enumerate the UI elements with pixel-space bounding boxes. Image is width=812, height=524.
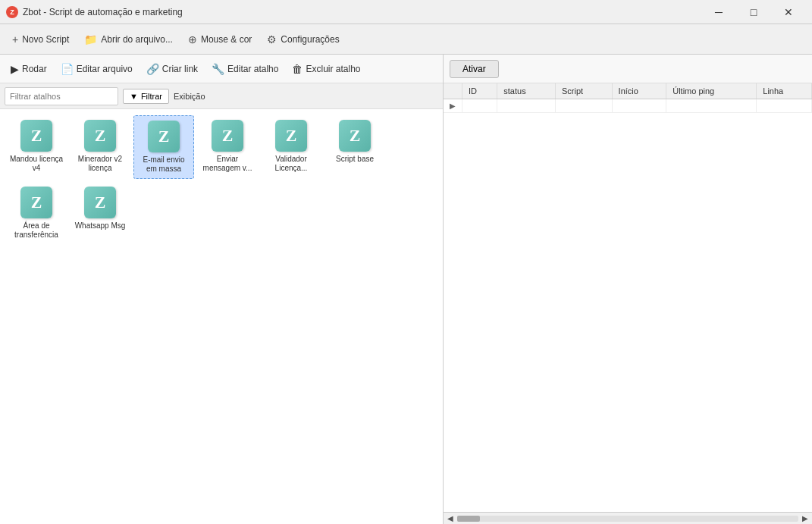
filter-button[interactable]: ▼ Filtrar bbox=[123, 89, 169, 104]
menu-new-script[interactable]: + Novo Script bbox=[6, 30, 75, 49]
menu-settings-label: Configurações bbox=[281, 34, 339, 45]
shortcut-item-7[interactable]: ZÁrea de transferência bbox=[6, 182, 67, 244]
left-panel: ▶ Rodar 📄 Editar arquivo 🔗 Criar link 🔧 … bbox=[0, 55, 444, 524]
edit-file-button[interactable]: 📄 Editar arquivo bbox=[55, 60, 139, 78]
scroll-right-button[interactable]: ▶ bbox=[800, 514, 810, 522]
close-button[interactable]: ✕ bbox=[771, 0, 806, 24]
col-linha[interactable]: Linha bbox=[757, 83, 812, 99]
col-id[interactable]: ID bbox=[462, 83, 497, 99]
delete-shortcut-button[interactable]: 🗑 Excluir atalho bbox=[286, 60, 366, 78]
horizontal-scrollbar: ◀ ▶ bbox=[444, 512, 812, 524]
titlebar: Z Zbot - Script de automação e marketing… bbox=[0, 0, 812, 24]
link-icon: 🔗 bbox=[146, 63, 159, 75]
activate-button[interactable]: Ativar bbox=[450, 60, 499, 78]
file-icon: 📄 bbox=[61, 63, 74, 75]
filter-icon: ▼ bbox=[130, 92, 138, 101]
shortcut-label-6: Script base bbox=[336, 155, 374, 164]
main-content: ▶ Rodar 📄 Editar arquivo 🔗 Criar link 🔧 … bbox=[0, 55, 812, 524]
shortcuts-toolbar: ▶ Rodar 📄 Editar arquivo 🔗 Criar link 🔧 … bbox=[0, 55, 443, 83]
app-icon: Z bbox=[6, 6, 18, 18]
table-header-row: ID status Script Início Último ping Linh… bbox=[444, 83, 812, 99]
shortcut-icon-6: Z bbox=[339, 120, 371, 152]
cell-status bbox=[497, 99, 556, 113]
create-link-label: Criar link bbox=[162, 64, 198, 74]
shortcut-label-8: Whatsapp Msg bbox=[75, 221, 126, 231]
run-label: Rodar bbox=[22, 64, 47, 74]
menu-new-script-label: Novo Script bbox=[22, 34, 69, 45]
shortcut-icon-2: Z bbox=[84, 120, 116, 152]
menu-open-file[interactable]: 📁 Abrir do arquivo... bbox=[78, 30, 179, 49]
right-toolbar: Ativar bbox=[444, 55, 812, 83]
shortcut-icon-3: Z bbox=[148, 121, 180, 152]
shortcut-label-2: Minerador v2 licença bbox=[73, 155, 127, 173]
cell-inicio bbox=[612, 99, 666, 113]
shortcut-item-3[interactable]: ZE-mail envio em massa bbox=[133, 115, 194, 179]
shortcut-icon-8: Z bbox=[84, 187, 116, 218]
shortcut-item-5[interactable]: ZValidador Licença... bbox=[261, 115, 321, 179]
shortcut-item-8[interactable]: ZWhatsapp Msg bbox=[70, 182, 130, 244]
col-inicio[interactable]: Início bbox=[612, 83, 666, 99]
delete-shortcut-label: Excluir atalho bbox=[306, 64, 360, 74]
titlebar-controls: ─ □ ✕ bbox=[701, 0, 806, 24]
shortcut-label-7: Área de transferência bbox=[9, 221, 64, 240]
right-panel: Ativar ID status Script Início Último pi… bbox=[444, 55, 812, 524]
edit-shortcut-button[interactable]: 🔧 Editar atalho bbox=[205, 60, 284, 78]
menu-mouse-color-label: Mouse & cor bbox=[201, 34, 252, 45]
cell-ultimo-ping bbox=[666, 99, 757, 113]
shortcut-label-4: Enviar mensagem v... bbox=[200, 155, 255, 173]
display-label[interactable]: Exibição bbox=[174, 92, 205, 101]
menubar: + Novo Script 📁 Abrir do arquivo... ⊕ Mo… bbox=[0, 24, 812, 55]
menu-mouse-color[interactable]: ⊕ Mouse & cor bbox=[182, 30, 258, 49]
edit-file-label: Editar arquivo bbox=[77, 64, 133, 74]
menu-settings[interactable]: ⚙ Configurações bbox=[261, 30, 345, 49]
search-input[interactable] bbox=[5, 87, 118, 105]
table-row-arrow: ▶ bbox=[444, 99, 812, 113]
shortcut-label-1: Mandou licença v4 bbox=[9, 155, 64, 173]
wrench-icon: 🔧 bbox=[212, 63, 224, 75]
menu-open-file-label: Abrir do arquivo... bbox=[101, 34, 173, 45]
shortcut-icon-4: Z bbox=[212, 120, 243, 152]
folder-icon: 📁 bbox=[84, 33, 97, 45]
search-bar: ▼ Filtrar Exibição bbox=[0, 83, 443, 109]
data-table: ID status Script Início Último ping Linh… bbox=[444, 83, 812, 113]
shortcut-label-3: E-mail envio em massa bbox=[137, 155, 190, 174]
shortcut-icon-1: Z bbox=[20, 120, 52, 152]
scroll-thumb[interactable] bbox=[457, 516, 480, 522]
col-status[interactable]: status bbox=[497, 83, 556, 99]
play-icon: ▶ bbox=[11, 63, 19, 75]
edit-shortcut-label: Editar atalho bbox=[227, 64, 278, 74]
col-arrow bbox=[444, 83, 462, 99]
cell-linha bbox=[757, 99, 812, 113]
shortcut-item-2[interactable]: ZMinerador v2 licença bbox=[70, 115, 130, 179]
data-table-container: ID status Script Início Último ping Linh… bbox=[444, 83, 812, 512]
window-title: Zbot - Script de automação e marketing bbox=[23, 7, 701, 17]
minimize-button[interactable]: ─ bbox=[701, 0, 736, 24]
cell-script bbox=[555, 99, 612, 113]
shortcut-item-1[interactable]: ZMandou licença v4 bbox=[6, 115, 67, 179]
shortcut-label-5: Validador Licença... bbox=[264, 155, 318, 173]
trash-icon: 🗑 bbox=[292, 63, 303, 75]
plus-icon: + bbox=[12, 33, 18, 45]
scroll-track[interactable] bbox=[457, 516, 798, 522]
filter-label: Filtrar bbox=[141, 92, 162, 101]
col-script[interactable]: Script bbox=[555, 83, 612, 99]
gear-icon: ⚙ bbox=[267, 33, 277, 45]
shortcut-item-6[interactable]: ZScript base bbox=[324, 115, 385, 179]
shortcut-icon-5: Z bbox=[275, 120, 307, 152]
cell-id bbox=[462, 99, 497, 113]
scroll-left-button[interactable]: ◀ bbox=[445, 514, 456, 522]
create-link-button[interactable]: 🔗 Criar link bbox=[140, 60, 204, 78]
col-ultimo-ping[interactable]: Último ping bbox=[666, 83, 757, 99]
row-expand-arrow[interactable]: ▶ bbox=[444, 99, 462, 113]
run-button[interactable]: ▶ Rodar bbox=[5, 60, 53, 78]
shortcuts-grid: ZMandou licença v4ZMinerador v2 licençaZ… bbox=[0, 109, 443, 524]
shortcut-item-4[interactable]: ZEnviar mensagem v... bbox=[197, 115, 258, 179]
shortcut-icon-7: Z bbox=[20, 187, 52, 218]
maximize-button[interactable]: □ bbox=[736, 0, 771, 24]
crosshair-icon: ⊕ bbox=[188, 33, 197, 45]
